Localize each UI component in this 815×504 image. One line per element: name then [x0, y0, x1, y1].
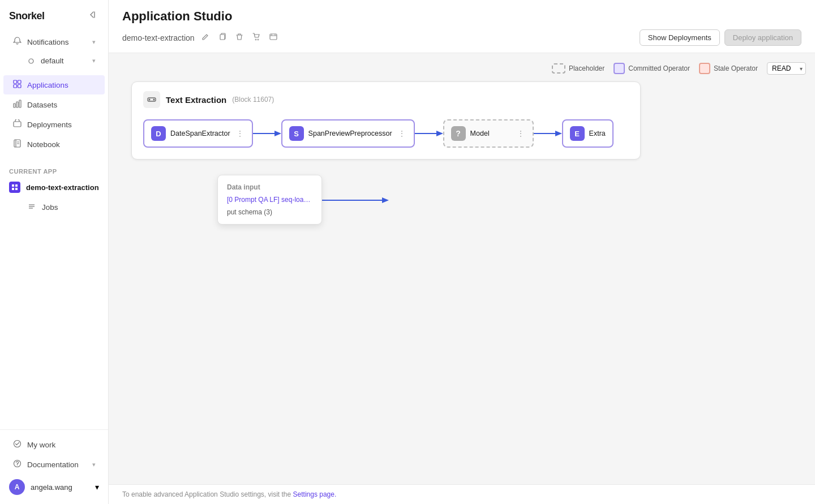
svg-point-33: [153, 99, 155, 101]
svg-rect-17: [15, 188, 18, 190]
copy-app-button[interactable]: [216, 32, 229, 44]
placeholder-indicator: [552, 63, 565, 74]
svg-point-26: [258, 39, 259, 40]
svg-point-1: [29, 59, 33, 63]
canvas-area: Placeholder Committed Operator Stale Ope…: [109, 53, 815, 484]
sidebar-collapse-button[interactable]: [85, 9, 99, 23]
edit-app-button[interactable]: [199, 32, 212, 44]
svg-rect-14: [12, 184, 14, 187]
question-circle-icon: [12, 459, 22, 469]
svg-rect-24: [220, 35, 225, 40]
grid-icon: [12, 80, 22, 90]
user-name: angela.wang: [31, 483, 89, 492]
show-deployments-button[interactable]: Show Deployments: [640, 29, 720, 46]
sidebar-item-default[interactable]: default ▾: [3, 52, 105, 70]
mode-select[interactable]: READ WRITE EDIT: [767, 62, 806, 75]
app-logo: Snorkel: [9, 10, 45, 22]
svg-rect-7: [16, 102, 18, 107]
user-row[interactable]: A angela.wang ▾: [0, 475, 108, 499]
svg-marker-37: [436, 131, 443, 136]
mode-select-wrap[interactable]: READ WRITE EDIT: [767, 62, 806, 75]
deploy-icon: [12, 119, 22, 130]
sidebar-item-label-deployments: Deployments: [27, 120, 96, 129]
data-input-schema: put schema (3): [227, 208, 272, 216]
node-menu-span-preview[interactable]: ⋮: [397, 129, 407, 138]
sidebar-item-notebook[interactable]: Notebook: [3, 135, 105, 154]
svg-point-25: [255, 39, 256, 40]
history-button[interactable]: [267, 32, 280, 44]
avatar: A: [9, 479, 25, 495]
svg-point-21: [14, 441, 20, 447]
current-app-item[interactable]: demo-text-extraction: [0, 177, 108, 197]
pipeline-nodes: D DateSpanExtractor ⋮ S SpanPreviewPrepr…: [143, 119, 629, 148]
canvas-legend: Placeholder Committed Operator Stale Ope…: [552, 62, 806, 75]
legend-placeholder: Placeholder: [552, 63, 604, 74]
sidebar-item-datasets[interactable]: Datasets: [3, 95, 105, 114]
delete-app-button[interactable]: [233, 32, 246, 44]
cart-button[interactable]: [250, 32, 263, 44]
deploy-application-button[interactable]: Deploy application: [724, 29, 801, 46]
sidebar-nav: Notifications ▾ default ▾ Applications D…: [0, 29, 108, 429]
current-app-section-label: Current App: [0, 161, 108, 177]
sidebar-item-label-notifications: Notifications: [27, 38, 87, 46]
sidebar-header: Snorkel: [0, 0, 108, 29]
sidebar-item-documentation[interactable]: Documentation ▾: [3, 455, 105, 474]
svg-marker-35: [274, 131, 281, 136]
node-badge-e: E: [570, 126, 585, 141]
current-app-icon: [9, 182, 20, 193]
pipeline-node-extra[interactable]: E Extra: [562, 119, 614, 148]
svg-rect-15: [15, 184, 18, 187]
bell-icon: [12, 37, 22, 47]
connector-3: [534, 128, 562, 139]
pipeline-block-id: (Block 11607): [232, 96, 274, 104]
pipeline-node-model[interactable]: ? Model ⋮: [443, 119, 534, 148]
footer-settings-link[interactable]: Settings page.: [293, 490, 337, 498]
sidebar-item-deployments[interactable]: Deployments: [3, 115, 105, 134]
pipeline-node-span-preview[interactable]: S SpanPreviewPreprocessor ⋮: [281, 119, 415, 148]
current-app-name: demo-text-extraction: [26, 183, 99, 192]
main-footer: To enable advanced Application Studio se…: [109, 484, 815, 504]
sidebar-item-mywork[interactable]: My work: [3, 435, 105, 454]
main-area: Application Studio demo-text-extraction: [109, 0, 815, 504]
copy-icon: [218, 33, 226, 41]
connector-1: [253, 128, 281, 139]
svg-rect-9: [14, 122, 21, 127]
node-label-model: Model: [470, 130, 511, 137]
pipeline-block: Text Extraction (Block 11607) D DateSpan…: [131, 81, 641, 160]
sidebar-item-label-notebook: Notebook: [27, 140, 96, 149]
chevron-down-icon-default: ▾: [92, 57, 96, 64]
footer-text: To enable advanced Application Studio se…: [122, 490, 291, 498]
node-badge-s: S: [289, 126, 304, 141]
sidebar-item-label-datasets: Datasets: [27, 101, 96, 109]
node-badge-d: D: [151, 126, 166, 141]
sidebar-item-label-documentation: Documentation: [27, 460, 87, 469]
pipeline-block-title: Text Extraction (Block 11607): [143, 91, 629, 108]
data-input-popup: Data input [0 Prompt QA LF] seq-loan-...…: [217, 175, 322, 225]
sidebar-item-jobs[interactable]: Jobs: [3, 198, 105, 217]
app-toolbar: demo-text-extraction Show Deploym: [122, 29, 801, 46]
sidebar-item-notifications[interactable]: Notifications ▾: [3, 32, 105, 51]
pipeline-icon: [143, 91, 160, 108]
app-name-row: demo-text-extraction: [122, 32, 280, 44]
svg-rect-8: [19, 100, 21, 107]
chevron-down-icon: ▾: [92, 38, 96, 46]
node-menu-date-span[interactable]: ⋮: [235, 129, 245, 138]
sidebar-item-label-jobs: Jobs: [42, 203, 96, 212]
notebook-icon: [12, 139, 22, 149]
header-actions: Show Deployments Deploy application: [640, 29, 801, 46]
pipeline-node-date-span[interactable]: D DateSpanExtractor ⋮: [143, 119, 253, 148]
node-label-extra: Extra: [589, 130, 606, 137]
pipeline-title: Text Extraction: [166, 95, 226, 105]
svg-rect-3: [18, 80, 21, 84]
node-menu-model[interactable]: ⋮: [516, 129, 526, 138]
sidebar-item-applications[interactable]: Applications: [3, 75, 105, 94]
sidebar: Snorkel Notifications ▾ default ▾: [0, 0, 109, 504]
stale-label: Stale Operator: [714, 64, 758, 72]
circle-icon: [27, 57, 35, 65]
bar-chart-icon: [12, 100, 22, 110]
circle-check-icon: [12, 440, 22, 450]
svg-rect-16: [12, 188, 14, 190]
legend-committed: Committed Operator: [614, 63, 690, 74]
data-input-link[interactable]: [0 Prompt QA LF] seq-loan-...: [227, 196, 312, 204]
data-input-popup-title: Data input: [227, 183, 312, 191]
